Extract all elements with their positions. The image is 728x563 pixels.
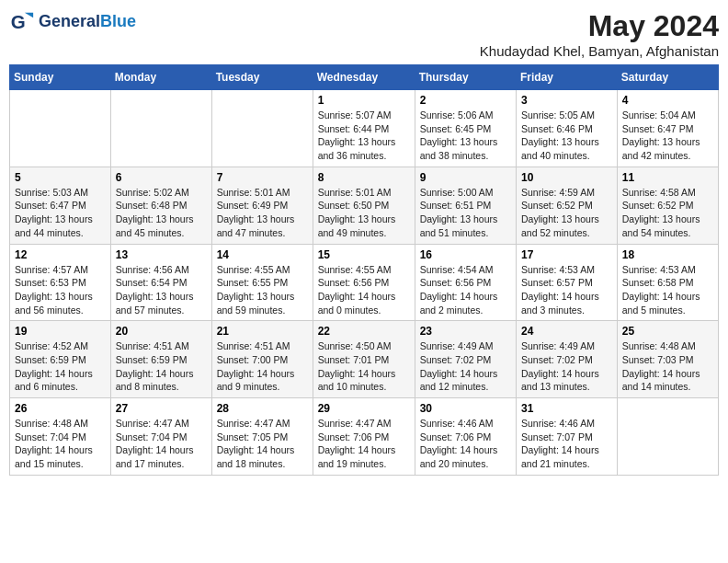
day-info: Sunrise: 4:48 AM Sunset: 7:04 PM Dayligh…	[15, 417, 106, 471]
logo-text: GeneralBlue	[39, 13, 136, 31]
day-number: 31	[521, 402, 612, 415]
day-info: Sunrise: 5:05 AM Sunset: 6:46 PM Dayligh…	[521, 109, 612, 163]
day-info: Sunrise: 4:54 AM Sunset: 6:56 PM Dayligh…	[420, 263, 511, 317]
weekday-sunday: Sunday	[10, 65, 111, 90]
calendar-cell: 30Sunrise: 4:46 AM Sunset: 7:06 PM Dayli…	[415, 398, 516, 476]
calendar-cell: 23Sunrise: 4:49 AM Sunset: 7:02 PM Dayli…	[415, 321, 516, 398]
calendar-cell	[110, 90, 211, 167]
calendar-cell: 3Sunrise: 5:05 AM Sunset: 6:46 PM Daylig…	[517, 90, 618, 167]
day-info: Sunrise: 4:55 AM Sunset: 6:56 PM Dayligh…	[318, 263, 410, 317]
day-number: 10	[521, 171, 612, 184]
day-info: Sunrise: 4:53 AM Sunset: 6:58 PM Dayligh…	[622, 263, 713, 317]
calendar-cell	[617, 398, 718, 476]
weekday-friday: Friday	[517, 65, 618, 90]
weekday-wednesday: Wednesday	[313, 65, 415, 90]
location: Khudaydad Khel, Bamyan, Afghanistan	[480, 43, 719, 59]
day-number: 18	[622, 248, 713, 261]
day-number: 27	[116, 402, 207, 415]
calendar-cell: 22Sunrise: 4:50 AM Sunset: 7:01 PM Dayli…	[313, 321, 415, 398]
day-info: Sunrise: 4:47 AM Sunset: 7:05 PM Dayligh…	[217, 417, 308, 471]
day-number: 11	[622, 171, 713, 184]
calendar-cell: 29Sunrise: 4:47 AM Sunset: 7:06 PM Dayli…	[313, 398, 415, 476]
calendar-cell: 1Sunrise: 5:07 AM Sunset: 6:44 PM Daylig…	[313, 90, 415, 167]
day-number: 21	[217, 325, 308, 338]
day-info: Sunrise: 5:03 AM Sunset: 6:47 PM Dayligh…	[15, 186, 106, 240]
day-info: Sunrise: 4:46 AM Sunset: 7:07 PM Dayligh…	[521, 417, 612, 471]
weekday-thursday: Thursday	[415, 65, 516, 90]
title-block: May 2024 Khudaydad Khel, Bamyan, Afghani…	[480, 9, 719, 59]
day-info: Sunrise: 4:49 AM Sunset: 7:02 PM Dayligh…	[521, 339, 612, 394]
day-number: 20	[116, 325, 207, 338]
calendar-cell: 8Sunrise: 5:01 AM Sunset: 6:50 PM Daylig…	[313, 167, 415, 244]
day-info: Sunrise: 5:06 AM Sunset: 6:45 PM Dayligh…	[420, 109, 511, 163]
day-number: 1	[318, 94, 410, 107]
calendar-cell: 27Sunrise: 4:47 AM Sunset: 7:04 PM Dayli…	[110, 398, 211, 476]
calendar-cell: 2Sunrise: 5:06 AM Sunset: 6:45 PM Daylig…	[415, 90, 516, 167]
day-info: Sunrise: 5:07 AM Sunset: 6:44 PM Dayligh…	[318, 109, 410, 163]
day-info: Sunrise: 5:01 AM Sunset: 6:49 PM Dayligh…	[217, 186, 308, 240]
day-number: 7	[217, 171, 308, 184]
day-number: 3	[521, 94, 612, 107]
week-row-3: 12Sunrise: 4:57 AM Sunset: 6:53 PM Dayli…	[10, 244, 719, 321]
calendar-cell: 21Sunrise: 4:51 AM Sunset: 7:00 PM Dayli…	[211, 321, 313, 398]
week-row-4: 19Sunrise: 4:52 AM Sunset: 6:59 PM Dayli…	[10, 321, 719, 398]
weekday-saturday: Saturday	[617, 65, 718, 90]
day-info: Sunrise: 4:53 AM Sunset: 6:57 PM Dayligh…	[521, 263, 612, 317]
day-info: Sunrise: 4:58 AM Sunset: 6:52 PM Dayligh…	[622, 186, 713, 240]
day-info: Sunrise: 5:02 AM Sunset: 6:48 PM Dayligh…	[116, 186, 207, 240]
day-number: 5	[15, 171, 106, 184]
calendar-cell: 7Sunrise: 5:01 AM Sunset: 6:49 PM Daylig…	[211, 167, 313, 244]
calendar-cell: 6Sunrise: 5:02 AM Sunset: 6:48 PM Daylig…	[110, 167, 211, 244]
week-row-5: 26Sunrise: 4:48 AM Sunset: 7:04 PM Dayli…	[10, 398, 719, 476]
day-number: 16	[420, 248, 511, 261]
calendar-cell: 18Sunrise: 4:53 AM Sunset: 6:58 PM Dayli…	[617, 244, 718, 321]
day-info: Sunrise: 4:51 AM Sunset: 7:00 PM Dayligh…	[217, 339, 308, 394]
day-number: 25	[622, 325, 713, 338]
day-info: Sunrise: 5:00 AM Sunset: 6:51 PM Dayligh…	[420, 186, 511, 240]
calendar-table: SundayMondayTuesdayWednesdayThursdayFrid…	[9, 64, 719, 476]
logo: G GeneralBlue	[9, 9, 136, 35]
calendar-cell	[211, 90, 313, 167]
day-info: Sunrise: 4:55 AM Sunset: 6:55 PM Dayligh…	[217, 263, 308, 317]
calendar-cell: 15Sunrise: 4:55 AM Sunset: 6:56 PM Dayli…	[313, 244, 415, 321]
day-info: Sunrise: 4:46 AM Sunset: 7:06 PM Dayligh…	[420, 417, 511, 471]
calendar-cell: 12Sunrise: 4:57 AM Sunset: 6:53 PM Dayli…	[10, 244, 111, 321]
day-info: Sunrise: 4:50 AM Sunset: 7:01 PM Dayligh…	[318, 339, 410, 394]
day-info: Sunrise: 4:56 AM Sunset: 6:54 PM Dayligh…	[116, 263, 207, 317]
calendar-cell: 25Sunrise: 4:48 AM Sunset: 7:03 PM Dayli…	[617, 321, 718, 398]
weekday-header-row: SundayMondayTuesdayWednesdayThursdayFrid…	[10, 65, 719, 90]
calendar-cell	[10, 90, 111, 167]
day-number: 8	[318, 171, 410, 184]
day-number: 9	[420, 171, 511, 184]
day-number: 19	[15, 325, 106, 338]
calendar-cell: 5Sunrise: 5:03 AM Sunset: 6:47 PM Daylig…	[10, 167, 111, 244]
day-info: Sunrise: 4:47 AM Sunset: 7:04 PM Dayligh…	[116, 417, 207, 471]
day-number: 26	[15, 402, 106, 415]
svg-marker-1	[25, 13, 33, 18]
calendar-cell: 4Sunrise: 5:04 AM Sunset: 6:47 PM Daylig…	[617, 90, 718, 167]
day-number: 23	[420, 325, 511, 338]
day-number: 22	[318, 325, 410, 338]
day-info: Sunrise: 4:51 AM Sunset: 6:59 PM Dayligh…	[116, 339, 207, 394]
calendar-cell: 24Sunrise: 4:49 AM Sunset: 7:02 PM Dayli…	[517, 321, 618, 398]
day-info: Sunrise: 4:59 AM Sunset: 6:52 PM Dayligh…	[521, 186, 612, 240]
calendar-cell: 19Sunrise: 4:52 AM Sunset: 6:59 PM Dayli…	[10, 321, 111, 398]
page-header: G GeneralBlue May 2024 Khudaydad Khel, B…	[9, 9, 719, 59]
day-info: Sunrise: 5:04 AM Sunset: 6:47 PM Dayligh…	[622, 109, 713, 163]
calendar-cell: 16Sunrise: 4:54 AM Sunset: 6:56 PM Dayli…	[415, 244, 516, 321]
svg-text:G: G	[11, 11, 26, 32]
calendar-cell: 13Sunrise: 4:56 AM Sunset: 6:54 PM Dayli…	[110, 244, 211, 321]
day-number: 2	[420, 94, 511, 107]
day-number: 24	[521, 325, 612, 338]
day-info: Sunrise: 4:52 AM Sunset: 6:59 PM Dayligh…	[15, 339, 106, 394]
day-number: 12	[15, 248, 106, 261]
day-number: 13	[116, 248, 207, 261]
day-info: Sunrise: 4:57 AM Sunset: 6:53 PM Dayligh…	[15, 263, 106, 317]
day-number: 29	[318, 402, 410, 415]
calendar-cell: 31Sunrise: 4:46 AM Sunset: 7:07 PM Dayli…	[517, 398, 618, 476]
day-number: 14	[217, 248, 308, 261]
calendar-cell: 11Sunrise: 4:58 AM Sunset: 6:52 PM Dayli…	[617, 167, 718, 244]
weekday-tuesday: Tuesday	[211, 65, 313, 90]
day-number: 4	[622, 94, 713, 107]
day-number: 17	[521, 248, 612, 261]
